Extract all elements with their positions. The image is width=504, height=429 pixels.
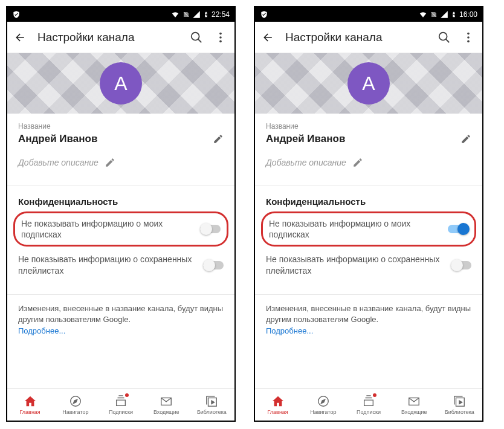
signal-icon (440, 10, 448, 19)
clock-text: 22:54 (212, 10, 230, 19)
switch-subscriptions[interactable] (448, 225, 468, 233)
phone-screen-right: 16:00 Настройки канала A Название Андрей… (254, 6, 483, 422)
notification-dot-icon (373, 393, 376, 397)
privacy-title: Конфиденциальность (7, 185, 234, 210)
more-vert-icon[interactable] (462, 31, 475, 44)
library-icon (453, 395, 466, 408)
no-sim-icon (430, 10, 438, 19)
profile-section: Название Андрей Иванов Добавьте описание (255, 114, 482, 173)
switch-subscriptions[interactable] (200, 225, 221, 233)
svg-point-0 (192, 32, 199, 40)
channel-banner: A (7, 53, 234, 114)
more-info-link[interactable]: Подробнее... (255, 325, 482, 340)
edit-description-icon[interactable] (352, 157, 363, 168)
shield-icon (260, 10, 268, 19)
page-title: Настройки канала (285, 31, 427, 44)
channel-name: Андрей Иванов (18, 133, 97, 145)
nav-explore[interactable]: Навигатор (53, 389, 98, 421)
wifi-icon (170, 10, 180, 19)
svg-point-7 (439, 32, 447, 40)
nav-home[interactable]: Главная (255, 389, 300, 421)
name-label: Название (266, 122, 471, 131)
notification-dot-icon (125, 393, 129, 397)
bottom-nav: Главная Навигатор Подписки Входящие Библ… (7, 388, 234, 421)
profile-section: Название Андрей Иванов Добавьте описание (7, 114, 234, 173)
edit-name-icon[interactable] (213, 134, 224, 144)
svg-point-8 (467, 32, 470, 34)
signal-icon (192, 10, 201, 19)
svg-point-2 (219, 36, 222, 39)
description-placeholder: Добавьте описание (266, 158, 346, 167)
svg-point-9 (467, 36, 470, 39)
name-label: Название (18, 122, 224, 131)
search-icon[interactable] (190, 31, 203, 44)
svg-point-1 (219, 32, 222, 34)
nav-library[interactable]: Библиотека (189, 389, 234, 421)
nav-inbox[interactable]: Входящие (392, 389, 437, 421)
nav-home[interactable]: Главная (7, 389, 53, 421)
nav-inbox[interactable]: Входящие (144, 389, 189, 421)
library-icon (205, 395, 218, 408)
mail-icon (407, 395, 421, 408)
compass-icon (317, 395, 330, 408)
privacy-title: Конфиденциальность (255, 185, 482, 210)
search-icon[interactable] (438, 31, 451, 44)
toolbar: Настройки канала (255, 22, 482, 53)
nav-subscriptions[interactable]: Подписки (98, 389, 143, 421)
bottom-nav: Главная Навигатор Подписки Входящие Библ… (255, 388, 482, 421)
toolbar: Настройки канала (7, 22, 234, 53)
back-icon[interactable] (262, 31, 274, 44)
clock-text: 16:00 (459, 10, 477, 19)
switch-playlists[interactable] (451, 261, 471, 269)
page-title: Настройки канала (37, 31, 179, 44)
svg-point-3 (219, 40, 222, 42)
svg-point-10 (467, 40, 470, 42)
compass-icon (69, 395, 82, 408)
switch-playlists[interactable] (203, 261, 224, 269)
shield-icon (12, 10, 21, 19)
channel-name: Андрей Иванов (266, 133, 345, 145)
nav-explore[interactable]: Навигатор (300, 389, 346, 421)
mail-icon (160, 395, 173, 408)
wifi-icon (418, 10, 428, 19)
avatar[interactable]: A (347, 62, 390, 105)
back-icon[interactable] (15, 31, 27, 44)
info-text: Изменения, внесенные в название канала, … (255, 295, 482, 325)
privacy-toggle-subscriptions[interactable]: Не показывать информацию о моих подписка… (13, 211, 228, 247)
status-bar: 16:00 (255, 7, 482, 22)
battery-charging-icon (203, 10, 209, 19)
avatar[interactable]: A (100, 62, 142, 105)
no-sim-icon (183, 10, 190, 19)
info-text: Изменения, внесенные в название канала, … (7, 295, 234, 325)
nav-library[interactable]: Библиотека (437, 389, 482, 421)
edit-description-icon[interactable] (105, 157, 115, 168)
privacy-toggle-playlists[interactable]: Не показывать информацию о сохраненных п… (7, 248, 234, 282)
edit-name-icon[interactable] (460, 134, 471, 144)
description-placeholder: Добавьте описание (18, 158, 99, 167)
battery-charging-icon (451, 10, 457, 19)
more-vert-icon[interactable] (214, 31, 227, 44)
privacy-toggle-playlists[interactable]: Не показывать информацию о сохраненных п… (255, 248, 482, 282)
privacy-toggle-subscriptions[interactable]: Не показывать информацию о моих подписка… (261, 211, 476, 247)
nav-subscriptions[interactable]: Подписки (346, 389, 391, 421)
phone-screen-left: 22:54 Настройки канала A Название Андрей… (6, 6, 236, 422)
channel-banner: A (255, 53, 482, 114)
home-icon (271, 395, 285, 408)
status-bar: 22:54 (7, 7, 234, 22)
more-info-link[interactable]: Подробнее... (7, 325, 234, 340)
home-icon (24, 395, 37, 408)
